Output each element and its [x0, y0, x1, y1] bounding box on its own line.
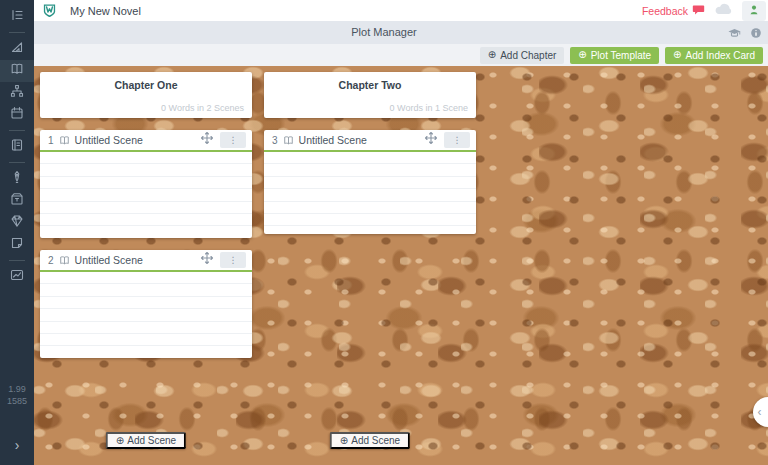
feedback-label: Feedback [642, 5, 688, 17]
app-logo-icon [42, 3, 57, 18]
mind-map-icon [10, 84, 24, 102]
scene-title: Untitled Scene [75, 254, 143, 266]
scene-card[interactable]: 1 Untitled Scene ⋮ [40, 130, 252, 238]
outline-list-icon [10, 8, 24, 26]
scene-card-header: 2 Untitled Scene ⋮ [40, 250, 252, 272]
info-button[interactable] [750, 25, 762, 43]
scene-card[interactable]: 2 Untitled Scene ⋮ [40, 250, 252, 358]
move-handle[interactable] [200, 131, 214, 149]
sidebar: 1.99 1585 › [0, 0, 34, 465]
chevron-left-icon: ‹ [758, 405, 762, 419]
plot-template-button[interactable]: ⊕ Plot Template [570, 47, 659, 64]
scene-menu-button[interactable]: ⋮ [220, 252, 246, 268]
sidebar-item-mind-map[interactable] [0, 82, 34, 104]
add-circle-icon: ⊕ [488, 50, 496, 60]
sidebar-item-statistics[interactable] [0, 266, 34, 288]
sidebar-item-treasure[interactable] [0, 212, 34, 234]
kebab-icon: ⋮ [453, 136, 462, 145]
chapter-card[interactable]: Chapter Two 0 Words in 1 Scene [264, 72, 476, 118]
scene-menu-button[interactable]: ⋮ [220, 132, 246, 148]
version-info: 1.99 1585 [0, 383, 34, 407]
plot-template-label: Plot Template [591, 50, 651, 61]
user-icon [748, 2, 760, 20]
sidebar-item-writing[interactable] [0, 168, 34, 190]
move-handle[interactable] [424, 131, 438, 149]
add-chapter-label: Add Chapter [500, 50, 556, 61]
chapter-title: Chapter Two [264, 72, 476, 91]
arrows-move-icon [200, 131, 214, 149]
add-scene-button[interactable]: ⊕ Add Scene [330, 432, 410, 449]
add-circle-icon: ⊕ [673, 50, 681, 60]
chapter-column: Chapter Two 0 Words in 1 Scene 3 Untitle… [264, 72, 476, 234]
gem-icon [10, 214, 24, 232]
scene-menu-button[interactable]: ⋮ [444, 132, 470, 148]
sidebar-item-plot-manager[interactable] [0, 60, 34, 82]
chapter-stats: 0 Words in 2 Scenes [161, 103, 244, 113]
open-book-icon [59, 255, 70, 266]
chapter-stats: 0 Words in 1 Scene [390, 103, 468, 113]
info-icon [750, 25, 762, 43]
toolbar: ⊕ Add Chapter ⊕ Plot Template ⊕ Add Inde… [34, 44, 768, 66]
tutorial-button[interactable] [727, 25, 742, 43]
notebook-icon [10, 138, 24, 156]
cloud-sync-button[interactable] [714, 2, 733, 20]
chapter-card[interactable]: Chapter One 0 Words in 2 Scenes [40, 72, 252, 118]
speech-bubble-icon [692, 4, 705, 18]
version-number: 1.99 [0, 383, 34, 395]
sidebar-expand-button[interactable]: › [0, 437, 34, 453]
move-handle[interactable] [200, 251, 214, 269]
scene-card[interactable]: 3 Untitled Scene ⋮ [264, 130, 476, 234]
open-book-icon [10, 62, 24, 80]
add-circle-icon: ⊕ [578, 50, 586, 60]
set-square-icon [10, 40, 24, 58]
scene-title: Untitled Scene [75, 134, 143, 146]
scene-card-body [40, 272, 252, 356]
sidebar-item-planning[interactable] [0, 38, 34, 60]
scene-card-controls: ⋮ [424, 131, 470, 149]
plot-board: Chapter One 0 Words in 2 Scenes 1 Untitl… [34, 66, 768, 465]
add-chapter-button[interactable]: ⊕ Add Chapter [480, 47, 565, 64]
sidebar-item-notes[interactable] [0, 234, 34, 256]
statistics-icon [10, 268, 24, 286]
add-scene-label: Add Scene [127, 435, 176, 446]
view-header-icons [727, 25, 762, 43]
sidebar-divider [9, 162, 25, 163]
add-index-card-label: Add Index Card [686, 50, 756, 61]
sidebar-divider [9, 260, 25, 261]
chevron-right-icon: › [15, 437, 20, 453]
sidebar-item-timeline[interactable] [0, 104, 34, 126]
sidebar-item-characters[interactable] [0, 190, 34, 212]
build-number: 1585 [0, 395, 34, 407]
sidebar-divider [9, 32, 25, 33]
cloud-icon [714, 2, 733, 20]
sticky-note-icon [10, 236, 24, 254]
open-book-icon [59, 135, 70, 146]
scene-card-header: 3 Untitled Scene ⋮ [264, 130, 476, 152]
scene-number: 2 [48, 255, 54, 266]
project-title: My New Novel [70, 5, 141, 17]
view-header: Plot Manager [34, 21, 768, 44]
scene-title: Untitled Scene [299, 134, 367, 146]
add-scene-button[interactable]: ⊕ Add Scene [106, 432, 186, 449]
top-bar-actions: Feedback [642, 1, 768, 21]
calendar-icon [10, 106, 24, 124]
pen-icon [10, 170, 24, 188]
chapter-column: Chapter One 0 Words in 2 Scenes 1 Untitl… [40, 72, 252, 358]
feedback-link[interactable]: Feedback [642, 4, 705, 18]
drawer-handle-button[interactable]: ‹ [753, 397, 768, 427]
kebab-icon: ⋮ [229, 136, 238, 145]
add-index-card-button[interactable]: ⊕ Add Index Card [665, 47, 763, 64]
sidebar-item-outline[interactable] [0, 6, 34, 28]
sidebar-item-notebook[interactable] [0, 136, 34, 158]
scene-card-controls: ⋮ [200, 251, 246, 269]
top-bar: My New Novel Feedback [34, 0, 768, 21]
graduation-cap-icon [727, 25, 742, 43]
user-account-button[interactable] [742, 1, 766, 21]
add-circle-icon: ⊕ [116, 435, 124, 446]
scene-number: 3 [272, 135, 278, 146]
sidebar-divider [9, 130, 25, 131]
scene-card-body [40, 152, 252, 236]
arrows-move-icon [424, 131, 438, 149]
add-circle-icon: ⊕ [340, 435, 348, 446]
scene-card-controls: ⋮ [200, 131, 246, 149]
